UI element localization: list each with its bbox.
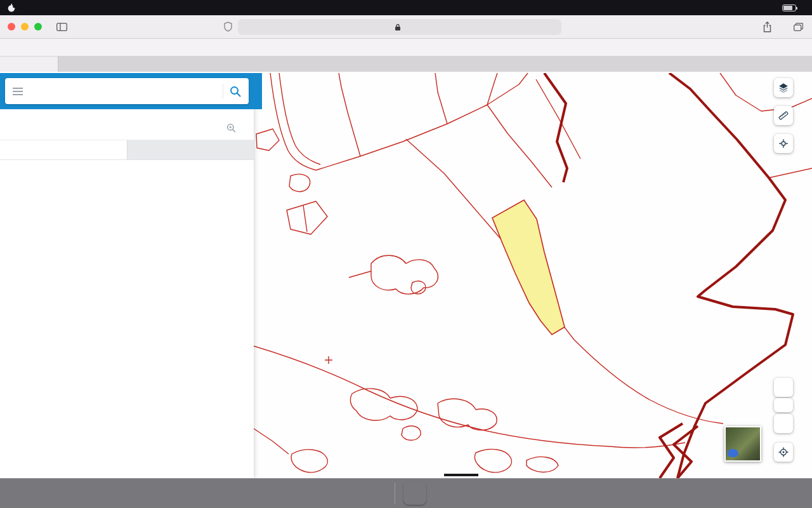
tab-information[interactable] [0, 140, 127, 159]
panel-tabs [0, 140, 254, 160]
macos-dock [0, 478, 812, 508]
search-header [0, 73, 254, 109]
search-box [5, 78, 249, 104]
measure-ruler-button[interactable] [774, 106, 793, 125]
window-zoom-button[interactable] [34, 23, 42, 30]
zoom-out-button[interactable] [774, 414, 793, 433]
battery-icon[interactable] [782, 4, 796, 11]
parcel-info-panel [0, 73, 254, 478]
privacy-shield-icon[interactable] [223, 22, 233, 34]
menu-status-area [774, 4, 804, 11]
apple-logo-icon[interactable] [8, 3, 16, 12]
toolbar-right-actions [763, 22, 803, 32]
selected-parcel-highlight[interactable] [492, 200, 565, 335]
zoom-to-object-icon[interactable] [226, 123, 237, 133]
sidebar-toggle-icon[interactable] [56, 23, 67, 31]
macos-menu-bar [0, 0, 812, 15]
menu-hamburger-icon[interactable] [12, 87, 23, 96]
parcel-links [9, 123, 245, 133]
address-bar[interactable] [238, 19, 561, 35]
zoom-in-button[interactable] [774, 378, 793, 397]
dock-divider [395, 483, 395, 504]
basemap-preview-thumbnail[interactable] [724, 426, 761, 462]
map-area[interactable] [254, 73, 812, 478]
tab-overview-icon[interactable] [794, 23, 803, 31]
browser-toolbar [0, 15, 812, 39]
locate-me-button[interactable] [774, 443, 793, 462]
window-minimize-button[interactable] [21, 23, 29, 30]
tab-bar [0, 57, 812, 72]
basemap-water-patch [728, 449, 738, 457]
tab-active-public-cadastral-map[interactable] [0, 57, 58, 72]
tab-services[interactable] [127, 140, 254, 159]
lock-icon [395, 23, 401, 31]
dock-trash[interactable] [403, 482, 426, 505]
parcel-summary [0, 109, 254, 140]
object-marker-button[interactable] [774, 134, 793, 153]
layers-button[interactable] [774, 78, 793, 97]
search-submit-icon[interactable] [229, 85, 242, 98]
window-close-button[interactable] [8, 23, 15, 30]
search-input[interactable] [49, 86, 211, 97]
panel-collapse-button[interactable] [254, 73, 262, 109]
scale-bar [444, 474, 478, 476]
cadastral-map-canvas[interactable] [254, 73, 812, 478]
favorites-bar [0, 39, 812, 57]
search-divider [223, 84, 223, 99]
parcel-action-icons [226, 123, 245, 133]
share-icon[interactable] [763, 22, 772, 32]
more-tools-button[interactable] [774, 398, 793, 412]
page-pkk-rosreestr [0, 73, 812, 478]
tab-favicon [4, 60, 14, 69]
